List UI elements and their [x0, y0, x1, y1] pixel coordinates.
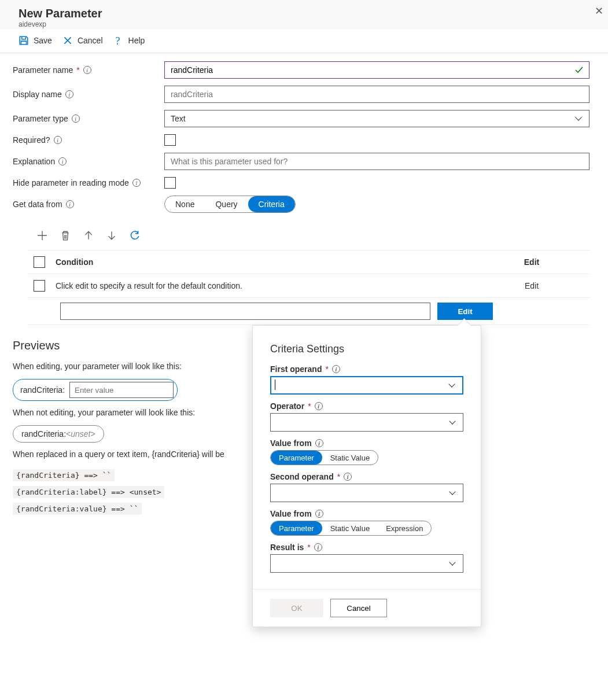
- display-name-label: Display name: [13, 90, 62, 99]
- param-type-label: Parameter type: [13, 114, 68, 123]
- param-name-label: Parameter name: [13, 65, 73, 75]
- svg-text:?: ?: [115, 35, 120, 46]
- second-operand-select[interactable]: [270, 484, 463, 502]
- param-type-select[interactable]: Text: [164, 110, 589, 127]
- required-asterisk: *: [76, 65, 79, 75]
- row-edit-link[interactable]: Edit: [474, 281, 589, 290]
- select-all-checkbox[interactable]: [34, 256, 45, 268]
- explanation-input[interactable]: [164, 153, 589, 170]
- info-icon[interactable]: i: [132, 179, 141, 187]
- required-asterisk: *: [325, 364, 328, 374]
- second-operand-label: Second operand: [270, 472, 334, 481]
- vf2-parameter[interactable]: Parameter: [271, 521, 322, 531]
- edit-button[interactable]: Edit: [437, 303, 493, 320]
- preview-readonly-pill: randCriteria: <unset>: [13, 425, 104, 443]
- chevron-down-icon: [449, 418, 455, 424]
- preview-pill-input[interactable]: [69, 382, 174, 398]
- first-operand-label: First operand: [270, 364, 322, 374]
- operator-select[interactable]: [270, 413, 463, 432]
- value-from-toggle-1: Parameter Static Value: [270, 450, 378, 465]
- chevron-down-icon: [448, 381, 455, 387]
- page-subtitle: aidevexp: [19, 20, 589, 28]
- row-checkbox[interactable]: [34, 280, 45, 292]
- edit-header: Edit: [474, 257, 589, 267]
- cancel-icon: [62, 35, 73, 46]
- required-asterisk: *: [337, 472, 340, 481]
- popup-title: Criteria Settings: [270, 343, 463, 355]
- vf1-static[interactable]: Static Value: [322, 451, 378, 465]
- criteria-settings-popup: Criteria Settings First operand * i Oper…: [252, 325, 481, 531]
- info-icon[interactable]: i: [315, 439, 323, 447]
- cancel-label: Cancel: [78, 36, 103, 45]
- param-type-value: Text: [171, 114, 186, 123]
- save-icon: [19, 35, 29, 46]
- get-data-toggle: None Query Criteria: [164, 196, 296, 213]
- preview-pill-label: randCriteria:: [20, 385, 65, 395]
- help-button[interactable]: ? Help: [113, 35, 145, 46]
- vf2-static[interactable]: Static Value: [322, 521, 378, 531]
- get-data-criteria[interactable]: Criteria: [248, 196, 295, 212]
- cancel-button[interactable]: Cancel: [62, 35, 103, 46]
- info-icon[interactable]: i: [72, 115, 80, 123]
- preview-code-1: {randCriteria} ==> ``: [13, 469, 115, 481]
- display-name-input[interactable]: [164, 86, 589, 103]
- first-operand-select[interactable]: [270, 376, 463, 395]
- info-icon[interactable]: i: [315, 510, 323, 518]
- preview-code-3: {randCriteria:value} ==> ``: [13, 503, 142, 515]
- move-up-icon[interactable]: [83, 230, 94, 241]
- vf1-parameter[interactable]: Parameter: [271, 451, 322, 465]
- hide-checkbox[interactable]: [164, 177, 176, 189]
- move-down-icon[interactable]: [106, 230, 117, 241]
- default-condition-text: Click edit to specify a result for the d…: [56, 281, 463, 290]
- info-icon[interactable]: i: [315, 402, 323, 410]
- chevron-down-icon: [575, 114, 581, 120]
- page-title: New Parameter: [19, 7, 589, 20]
- preview-pill2-label: randCriteria:: [21, 429, 66, 439]
- hide-label: Hide parameter in reading mode: [13, 178, 129, 187]
- required-checkbox[interactable]: [164, 134, 176, 146]
- close-icon[interactable]: ✕: [595, 5, 603, 17]
- help-icon: ?: [113, 35, 124, 46]
- validated-icon: [574, 65, 584, 75]
- operator-label: Operator: [270, 401, 304, 411]
- info-icon[interactable]: i: [58, 157, 67, 165]
- preview-unset: <unset>: [66, 429, 95, 439]
- get-data-none[interactable]: None: [165, 196, 205, 212]
- param-name-input[interactable]: [164, 61, 589, 79]
- add-icon[interactable]: [37, 230, 47, 241]
- criteria-value-input[interactable]: [60, 303, 430, 320]
- required-asterisk: *: [308, 401, 311, 411]
- refresh-icon[interactable]: [130, 230, 140, 241]
- delete-icon[interactable]: [60, 230, 71, 241]
- save-label: Save: [34, 36, 52, 45]
- explanation-label: Explanation: [13, 157, 55, 166]
- value-from-toggle-2: Parameter Static Value Expression: [270, 521, 432, 531]
- get-data-query[interactable]: Query: [205, 196, 248, 212]
- value-from-label-2: Value from: [270, 509, 312, 518]
- info-icon[interactable]: i: [65, 90, 73, 98]
- info-icon[interactable]: i: [66, 200, 74, 208]
- preview-code-2: {randCriteria:label} ==> <unset>: [13, 486, 164, 498]
- vf2-expression[interactable]: Expression: [378, 521, 431, 531]
- info-icon[interactable]: i: [344, 473, 352, 481]
- condition-header: Condition: [56, 257, 463, 267]
- get-data-label: Get data from: [13, 200, 62, 209]
- info-icon[interactable]: i: [332, 365, 340, 373]
- info-icon[interactable]: i: [83, 66, 91, 74]
- required-label: Required?: [13, 135, 50, 145]
- value-from-label-1: Value from: [270, 439, 312, 448]
- chevron-down-icon: [449, 488, 455, 495]
- save-button[interactable]: Save: [19, 35, 52, 46]
- help-label: Help: [128, 36, 145, 45]
- preview-editing-pill: randCriteria:: [13, 379, 178, 401]
- info-icon[interactable]: i: [54, 136, 62, 144]
